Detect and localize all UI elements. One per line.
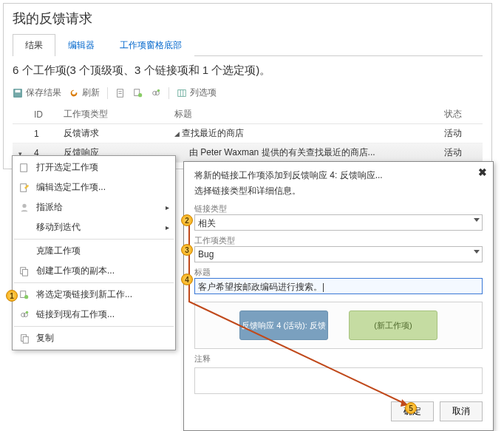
menu-clone[interactable]: 克隆工作项	[14, 241, 174, 261]
menu-move[interactable]: 移动到迭代▸	[14, 217, 174, 237]
callout-2: 2	[181, 214, 193, 226]
tb-icon-3[interactable]	[151, 88, 161, 98]
link-add-icon	[151, 88, 161, 98]
svg-rect-4	[118, 93, 121, 94]
title-input[interactable]: 客户希望按邮政编码进行搜索。|	[194, 278, 483, 294]
tb-icon-1[interactable]	[115, 88, 126, 98]
tab-editor[interactable]: 编辑器	[55, 34, 107, 56]
panel-title: 我的反馈请求	[13, 10, 483, 27]
label-notes: 注释	[194, 353, 483, 364]
menu-link-existing[interactable]: 链接到现有工作项...	[14, 305, 174, 325]
source-chip: 反馈响应 4 (活动): 反馈	[239, 310, 328, 340]
menu-link-new[interactable]: 将选定项链接到新工作...	[14, 285, 174, 305]
svg-rect-24	[23, 336, 28, 343]
svg-rect-10	[178, 89, 186, 96]
col-state[interactable]: 状态	[438, 105, 483, 124]
work-items-grid: ID 工作项类型 标题 状态 1 反馈请求 ◢ 查找最近的商店 活动 ▾ 4 反…	[13, 105, 483, 163]
document-icon	[115, 88, 126, 98]
columns-label: 列选项	[190, 86, 217, 99]
tb-icon-2[interactable]	[133, 88, 143, 98]
cell-title: 由 Peter Waxman 提供的有关查找最近的商店...	[168, 143, 438, 163]
col-title[interactable]: 标题	[168, 105, 438, 124]
svg-point-6	[138, 93, 142, 97]
chevron-down-icon	[474, 250, 480, 254]
svg-point-9	[157, 89, 160, 92]
save-icon	[13, 88, 23, 98]
context-menu: 打开选定工作项 编辑选定工作项... 指派给▸ 移动到迭代▸ 克隆工作项 创建工…	[12, 155, 176, 350]
svg-rect-17	[22, 269, 27, 276]
col-type[interactable]: 工作项类型	[58, 105, 168, 124]
link-icon	[133, 88, 143, 98]
menu-divider	[14, 239, 174, 240]
link-type-select[interactable]: 相关	[194, 214, 483, 231]
submenu-arrow-icon: ▸	[166, 203, 169, 211]
menu-duplicate[interactable]: 复制	[14, 328, 174, 348]
columns-button[interactable]: 列选项	[177, 86, 217, 99]
open-icon	[18, 162, 30, 174]
label-title: 标题	[194, 267, 483, 278]
link-new-icon	[18, 289, 30, 301]
close-icon[interactable]: ✖	[478, 166, 487, 178]
menu-open[interactable]: 打开选定工作项	[14, 157, 174, 177]
target-chip: (新工作项)	[349, 310, 437, 340]
toolbar: 保存结果 刷新 列选项	[13, 84, 483, 105]
svg-rect-13	[21, 163, 27, 172]
separator	[107, 87, 108, 99]
svg-point-19	[24, 295, 28, 299]
submenu-arrow-icon: ▸	[166, 223, 169, 231]
menu-assign[interactable]: 指派给▸	[14, 197, 174, 217]
refresh-label: 刷新	[82, 86, 100, 99]
columns-icon	[177, 88, 187, 98]
cell-title: ◢ 查找最近的商店	[168, 124, 438, 143]
table-row[interactable]: 1 反馈请求 ◢ 查找最近的商店 活动	[13, 124, 483, 143]
callout-3: 3	[181, 244, 193, 256]
assign-icon	[18, 202, 30, 214]
cell-state: 活动	[438, 124, 483, 143]
new-linked-work-item-dialog: ✖ 将新的链接工作项添加到反馈响应 4: 反馈响应... 选择链接类型和详细信息…	[183, 161, 494, 431]
save-label: 保存结果	[26, 86, 61, 99]
tab-footer[interactable]: 工作项窗格底部	[107, 34, 194, 56]
dialog-buttons: 确定 取消	[194, 401, 483, 421]
col-id[interactable]: ID	[28, 105, 58, 124]
tab-results[interactable]: 结果	[13, 34, 55, 56]
menu-copy[interactable]: 创建工作项的副本...	[14, 261, 174, 281]
callout-4: 4	[181, 274, 193, 285]
refresh-icon	[69, 88, 79, 98]
copy-icon	[18, 265, 30, 277]
menu-edit[interactable]: 编辑选定工作项...	[14, 177, 174, 197]
cell-state: 活动	[438, 143, 483, 163]
chevron-down-icon	[474, 218, 480, 222]
dialog-title: 将新的链接工作项添加到反馈响应 4: 反馈响应...	[194, 169, 483, 182]
cancel-button[interactable]: 取消	[440, 401, 483, 421]
save-results-button[interactable]: 保存结果	[13, 86, 61, 99]
label-link-type: 链接类型	[194, 203, 483, 214]
callout-1: 1	[6, 290, 18, 302]
menu-divider	[14, 326, 174, 327]
results-summary: 6 个工作项(3 个顶级项、3 个链接项和 1 个选定项)。	[13, 64, 483, 78]
refresh-button[interactable]: 刷新	[69, 86, 100, 99]
cell-id: 1	[28, 124, 58, 143]
label-work-item-type: 工作项类型	[194, 235, 483, 246]
svg-rect-1	[16, 89, 21, 92]
notes-input[interactable]	[194, 367, 483, 394]
relationship-diagram: 反馈响应 4 (活动): 反馈 (新工作项)	[194, 302, 483, 349]
svg-point-22	[26, 310, 29, 313]
svg-rect-3	[118, 91, 121, 92]
link-existing-icon	[18, 309, 30, 321]
svg-point-15	[22, 203, 26, 207]
work-item-type-select[interactable]: Bug	[194, 246, 483, 262]
expander-icon[interactable]: ◢	[174, 130, 180, 138]
separator	[168, 87, 169, 99]
duplicate-icon	[18, 333, 30, 345]
menu-divider	[14, 282, 174, 283]
callout-5: 5	[405, 402, 417, 414]
dialog-subtitle: 选择链接类型和详细信息。	[194, 185, 483, 197]
tabs: 结果 编辑器 工作项窗格底部	[13, 33, 483, 56]
feedback-panel: 我的反馈请求 结果 编辑器 工作项窗格底部 6 个工作项(3 个顶级项、3 个链…	[3, 3, 492, 169]
cell-type: 反馈请求	[58, 124, 168, 143]
edit-icon	[18, 182, 30, 194]
